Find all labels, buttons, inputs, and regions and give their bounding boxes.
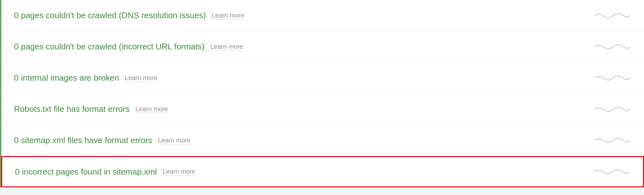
row-label-robots-txt: Robots.txt file has format errors: [14, 104, 130, 114]
sparkline-dns-resolution: [593, 9, 631, 22]
row-left-broken-images: 0 internal images are brokenLearn more: [14, 73, 157, 83]
table-row-incorrect-url: 0 pages couldn't be crawled (incorrect U…: [1, 31, 644, 62]
table-row-sitemap-incorrect: 0 incorrect pages found in sitemap.xmlLe…: [1, 156, 644, 187]
table-row-broken-images: 0 internal images are brokenLearn more: [1, 62, 644, 94]
sparkline-sitemap-format: [593, 134, 631, 147]
row-left-robots-txt: Robots.txt file has format errorsLearn m…: [14, 104, 168, 114]
table-row-dns-resolution: 0 pages couldn't be crawled (DNS resolut…: [1, 0, 644, 31]
issues-list: 0 pages couldn't be crawled (DNS resolut…: [0, 0, 644, 187]
table-row-sitemap-format: 0 sitemap.xml files have format errorsLe…: [1, 125, 644, 156]
row-left-incorrect-url: 0 pages couldn't be crawled (incorrect U…: [14, 42, 243, 52]
row-left-sitemap-incorrect: 0 incorrect pages found in sitemap.xmlLe…: [15, 167, 195, 177]
row-label-incorrect-url: 0 pages couldn't be crawled (incorrect U…: [14, 42, 205, 52]
row-label-sitemap-format: 0 sitemap.xml files have format errors: [14, 135, 152, 145]
learn-more-link-dns-resolution[interactable]: Learn more: [212, 12, 244, 19]
learn-more-link-robots-txt[interactable]: Learn more: [135, 105, 168, 113]
row-label-dns-resolution: 0 pages couldn't be crawled (DNS resolut…: [14, 11, 206, 20]
row-left-dns-resolution: 0 pages couldn't be crawled (DNS resolut…: [14, 11, 244, 20]
sparkline-robots-txt: [593, 103, 631, 116]
sparkline-incorrect-url: [593, 40, 631, 53]
sparkline-sitemap-incorrect: [592, 165, 630, 178]
row-label-sitemap-incorrect: 0 incorrect pages found in sitemap.xml: [15, 167, 157, 177]
learn-more-link-incorrect-url[interactable]: Learn more: [210, 43, 243, 51]
row-label-broken-images: 0 internal images are broken: [14, 73, 119, 83]
sparkline-broken-images: [593, 72, 631, 84]
table-row-robots-txt: Robots.txt file has format errorsLearn m…: [1, 94, 644, 125]
learn-more-link-sitemap-format[interactable]: Learn more: [158, 137, 190, 144]
learn-more-link-sitemap-incorrect[interactable]: Learn more: [163, 168, 195, 176]
learn-more-link-broken-images[interactable]: Learn more: [125, 74, 157, 82]
row-left-sitemap-format: 0 sitemap.xml files have format errorsLe…: [14, 135, 191, 145]
